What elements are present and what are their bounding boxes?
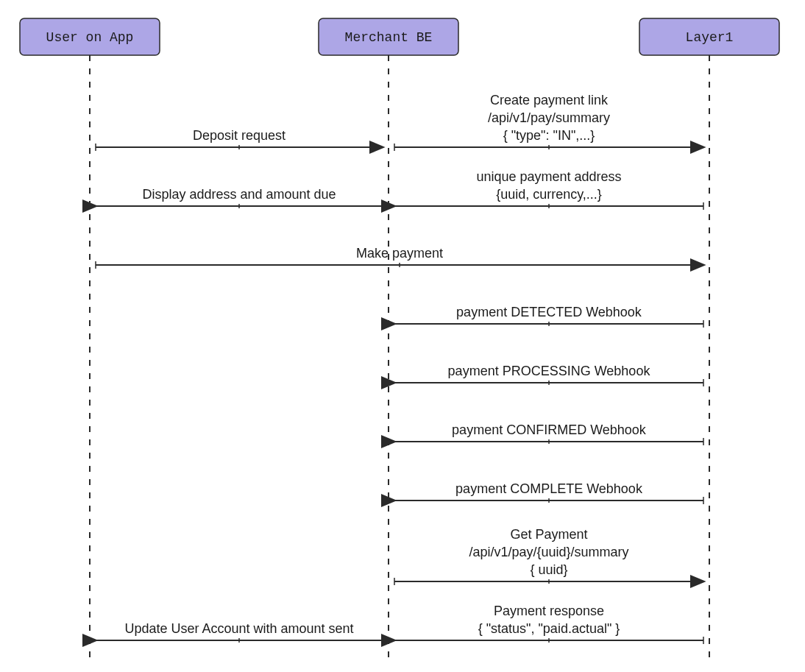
participant-label-merch: Merchant BE [345,30,433,45]
message-label: /api/v1/pay/{uuid}/summary [469,545,628,559]
message-label: Create payment link [490,93,609,107]
message-label: payment COMPLETE Webhook [455,481,643,496]
message-label: Get Payment [510,527,587,542]
message-label: { "status", "paid.actual" } [478,621,620,636]
message-label: {uuid, currency,...} [496,187,602,202]
message-label: Make payment [356,246,443,261]
sequence-diagram: User on AppMerchant BELayer1Deposit requ… [0,0,805,672]
message-label: payment CONFIRMED Webhook [452,422,647,437]
message-label: Update User Account with amount sent [124,621,353,636]
message-label: Deposit request [193,128,286,143]
participant-label-layer1: Layer1 [686,30,734,45]
message-label: { uuid} [530,562,567,577]
message-label: payment PROCESSING Webhook [448,364,651,378]
message-label: { "type": "IN",...} [503,128,595,143]
participant-label-user: User on App [46,30,134,45]
message-label: payment DETECTED Webhook [456,305,642,319]
message-label: Payment response [494,604,604,618]
message-label: /api/v1/pay/summary [488,110,610,125]
message-label: unique payment address [476,169,621,184]
message-label: Display address and amount due [142,187,336,202]
